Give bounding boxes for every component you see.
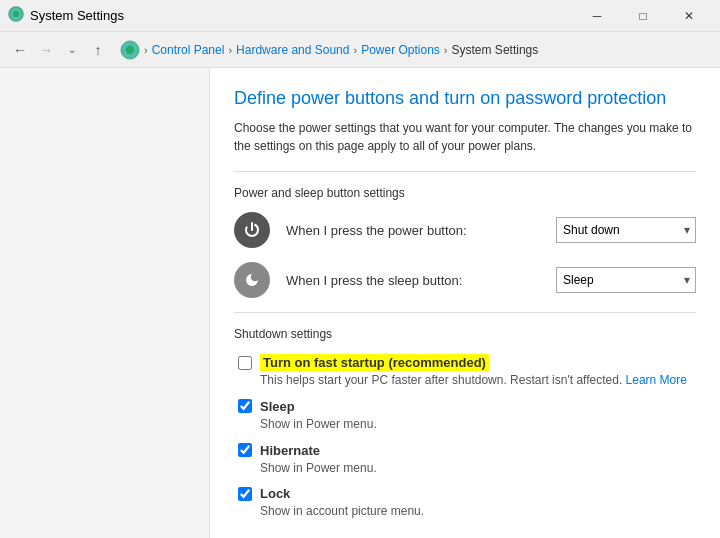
breadcrumb-sep-2: › bbox=[353, 44, 357, 56]
hibernate-checkbox-row: Hibernate bbox=[238, 443, 696, 458]
hibernate-checkbox[interactable] bbox=[238, 443, 252, 457]
title-bar: System Settings ─ □ ✕ bbox=[0, 0, 720, 32]
page-title: Define power buttons and turn on passwor… bbox=[234, 88, 696, 109]
title-bar-text: System Settings bbox=[30, 8, 124, 23]
lock-sublabel: Show in account picture menu. bbox=[260, 503, 696, 520]
power-sleep-section-label: Power and sleep button settings bbox=[234, 186, 696, 200]
fast-startup-item: Turn on fast startup (recommended) This … bbox=[234, 355, 696, 389]
lock-label[interactable]: Lock bbox=[260, 486, 290, 501]
fast-startup-checkbox-row: Turn on fast startup (recommended) bbox=[238, 355, 696, 370]
minimize-button[interactable]: ─ bbox=[574, 0, 620, 32]
fast-startup-label[interactable]: Turn on fast startup (recommended) bbox=[260, 355, 489, 370]
sleep-checkbox-row: Sleep bbox=[238, 399, 696, 414]
back-button[interactable]: ← bbox=[8, 38, 32, 62]
power-icon-svg bbox=[242, 220, 262, 240]
sleep-label[interactable]: Sleep bbox=[260, 399, 295, 414]
maximize-button[interactable]: □ bbox=[620, 0, 666, 32]
divider-1 bbox=[234, 171, 696, 172]
learn-more-link[interactable]: Learn More bbox=[626, 373, 687, 387]
hibernate-label[interactable]: Hibernate bbox=[260, 443, 320, 458]
breadcrumb-power-options[interactable]: Power Options bbox=[361, 43, 440, 57]
app-icon bbox=[8, 6, 24, 26]
sleep-button-dropdown-wrapper: Do nothing Sleep Hibernate Shut down Tur… bbox=[556, 267, 696, 293]
divider-2 bbox=[234, 312, 696, 313]
nav-bar: ← → ⌄ ↑ › Control Panel › Hardware and S… bbox=[0, 32, 720, 68]
sleep-button-label: When I press the sleep button: bbox=[286, 273, 540, 288]
sleep-icon-svg bbox=[242, 270, 262, 290]
svg-point-3 bbox=[126, 46, 134, 54]
fast-startup-label-text: Turn on fast startup (recommended) bbox=[260, 354, 489, 371]
power-button-icon bbox=[234, 212, 270, 248]
hibernate-item: Hibernate Show in Power menu. bbox=[234, 443, 696, 477]
fast-startup-sublabel: This helps start your PC faster after sh… bbox=[260, 372, 696, 389]
sleep-item: Sleep Show in Power menu. bbox=[234, 399, 696, 433]
breadcrumb-sep-0: › bbox=[144, 44, 148, 56]
sleep-button-dropdown[interactable]: Do nothing Sleep Hibernate Shut down Tur… bbox=[556, 267, 696, 293]
shutdown-section-label: Shutdown settings bbox=[234, 327, 696, 341]
breadcrumb-system-settings: System Settings bbox=[452, 43, 539, 57]
close-button[interactable]: ✕ bbox=[666, 0, 712, 32]
window-controls: ─ □ ✕ bbox=[574, 0, 712, 32]
svg-point-1 bbox=[13, 11, 19, 17]
power-button-label: When I press the power button: bbox=[286, 223, 540, 238]
hibernate-sublabel: Show in Power menu. bbox=[260, 460, 696, 477]
fast-startup-checkbox[interactable] bbox=[238, 356, 252, 370]
power-button-dropdown[interactable]: Do nothing Sleep Hibernate Shut down Tur… bbox=[556, 217, 696, 243]
page-description: Choose the power settings that you want … bbox=[234, 119, 694, 155]
main-layout: Define power buttons and turn on passwor… bbox=[0, 68, 720, 538]
forward-button[interactable]: → bbox=[34, 38, 58, 62]
content-area: Define power buttons and turn on passwor… bbox=[210, 68, 720, 538]
control-panel-icon bbox=[120, 40, 140, 60]
shutdown-section: Turn on fast startup (recommended) This … bbox=[234, 355, 696, 520]
power-button-dropdown-wrapper: Do nothing Sleep Hibernate Shut down Tur… bbox=[556, 217, 696, 243]
dropdown-button[interactable]: ⌄ bbox=[60, 38, 84, 62]
sleep-button-row: When I press the sleep button: Do nothin… bbox=[234, 262, 696, 298]
sleep-button-icon bbox=[234, 262, 270, 298]
breadcrumb-sep-3: › bbox=[444, 44, 448, 56]
sidebar bbox=[0, 68, 210, 538]
up-button[interactable]: ↑ bbox=[86, 38, 110, 62]
lock-checkbox[interactable] bbox=[238, 487, 252, 501]
breadcrumb-hardware-sound[interactable]: Hardware and Sound bbox=[236, 43, 349, 57]
breadcrumb-control-panel[interactable]: Control Panel bbox=[152, 43, 225, 57]
lock-checkbox-row: Lock bbox=[238, 486, 696, 501]
sleep-checkbox[interactable] bbox=[238, 399, 252, 413]
lock-item: Lock Show in account picture menu. bbox=[234, 486, 696, 520]
power-button-row: When I press the power button: Do nothin… bbox=[234, 212, 696, 248]
breadcrumb-sep-1: › bbox=[228, 44, 232, 56]
breadcrumb: › Control Panel › Hardware and Sound › P… bbox=[120, 40, 538, 60]
sleep-sublabel: Show in Power menu. bbox=[260, 416, 696, 433]
